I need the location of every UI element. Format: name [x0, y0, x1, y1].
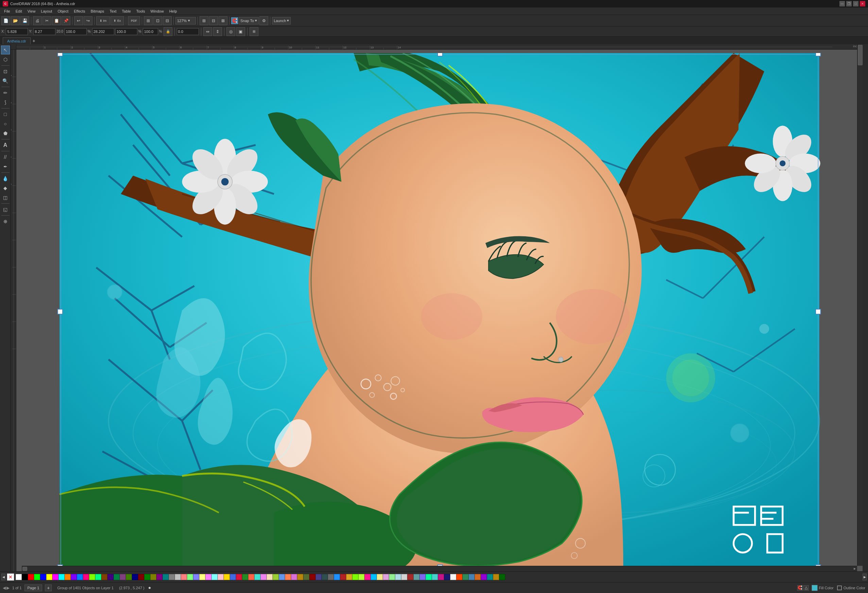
- color-swatch-25[interactable]: [169, 574, 175, 580]
- view-mode[interactable]: ⊟: [163, 16, 172, 25]
- freehand-tool-btn[interactable]: ✏: [1, 89, 10, 97]
- zoom-dropdown[interactable]: 127% ▾: [176, 17, 196, 25]
- color-swatch-31[interactable]: [205, 574, 211, 580]
- color-swatch-49[interactable]: [316, 574, 322, 580]
- color-swatch-59[interactable]: [377, 574, 383, 580]
- launch-dropdown[interactable]: Launch ▾: [272, 17, 291, 25]
- color-swatch-27[interactable]: [181, 574, 187, 580]
- menu-edit[interactable]: Edit: [13, 9, 25, 14]
- ellipse-tool-btn[interactable]: ○: [1, 119, 10, 128]
- export-btn[interactable]: ⬆ Ex: [111, 16, 124, 25]
- copy-btn[interactable]: 📋: [52, 16, 61, 25]
- color-swatch-71[interactable]: [450, 574, 456, 580]
- color-swatch-36[interactable]: [236, 574, 242, 580]
- eyedropper-tool-btn[interactable]: 💧: [1, 174, 10, 183]
- color-swatch-2[interactable]: [28, 574, 34, 580]
- publish-pdf-btn[interactable]: PDF: [128, 16, 140, 25]
- zoom-to-page[interactable]: ⊡: [154, 16, 162, 25]
- menu-table[interactable]: Table: [120, 9, 134, 14]
- color-swatch-17[interactable]: [120, 574, 126, 580]
- transparency-tool-btn[interactable]: ◫: [1, 193, 10, 202]
- no-color-swatch[interactable]: ✕: [7, 573, 14, 581]
- artwork-container[interactable]: Resa Embutin: [20, 53, 859, 568]
- mirror-v-btn[interactable]: ⇕: [213, 27, 222, 36]
- page-label[interactable]: Page 1: [25, 584, 43, 591]
- color-swatch-69[interactable]: [438, 574, 444, 580]
- text-tool-btn[interactable]: A: [1, 141, 10, 150]
- color-swatch-7[interactable]: [59, 574, 65, 580]
- color-swatch-50[interactable]: [322, 574, 328, 580]
- w-input[interactable]: [65, 28, 87, 35]
- color-swatch-56[interactable]: [358, 574, 365, 580]
- color-swatch-43[interactable]: [279, 574, 285, 580]
- color-swatch-37[interactable]: [242, 574, 248, 580]
- color-swatch-70[interactable]: [444, 574, 450, 580]
- color-swatch-68[interactable]: [432, 574, 438, 580]
- color-swatch-14[interactable]: [101, 574, 108, 580]
- canvas-content[interactable]: Resa Embutin: [16, 50, 862, 571]
- menu-bitmaps[interactable]: Bitmaps: [88, 9, 107, 14]
- zoom-tool-btn[interactable]: 🔍: [1, 77, 10, 86]
- color-swatch-22[interactable]: [150, 574, 156, 580]
- color-swatch-42[interactable]: [273, 574, 279, 580]
- vertical-scrollbar[interactable]: [857, 44, 862, 566]
- color-swatch-65[interactable]: [413, 574, 419, 580]
- menu-tools[interactable]: Tools: [134, 9, 148, 14]
- color-swatch-35[interactable]: [230, 574, 236, 580]
- color-swatch-19[interactable]: [132, 574, 138, 580]
- menu-object[interactable]: Object: [55, 9, 71, 14]
- menu-effects[interactable]: Effects: [71, 9, 88, 14]
- active-tab[interactable]: Antheia.cdr: [3, 37, 31, 44]
- color-swatch-26[interactable]: [175, 574, 181, 580]
- smartdraw-tool-btn[interactable]: ⟆: [1, 98, 10, 107]
- redo-btn[interactable]: ↪: [84, 16, 93, 25]
- color-swatch-66[interactable]: [419, 574, 426, 580]
- menu-window[interactable]: Window: [148, 9, 167, 14]
- color-swatch-57[interactable]: [365, 574, 371, 580]
- undo-btn[interactable]: ↩: [74, 16, 83, 25]
- color-swatch-72[interactable]: [456, 574, 462, 580]
- fill-color-box[interactable]: [812, 585, 818, 591]
- color-swatch-12[interactable]: [89, 574, 95, 580]
- menu-view[interactable]: View: [25, 9, 38, 14]
- color-swatch-6[interactable]: [52, 574, 59, 580]
- color-swatch-40[interactable]: [260, 574, 267, 580]
- color-swatch-30[interactable]: [199, 574, 205, 580]
- color-swatch-64[interactable]: [407, 574, 413, 580]
- color-swatch-13[interactable]: [95, 574, 101, 580]
- color-swatch-16[interactable]: [114, 574, 120, 580]
- color-swatch-44[interactable]: [285, 574, 291, 580]
- align-btn[interactable]: ⊞: [199, 16, 208, 25]
- save-btn[interactable]: 💾: [21, 16, 29, 25]
- color-swatch-24[interactable]: [162, 574, 169, 580]
- blend-tool-btn[interactable]: ⊕: [1, 217, 10, 226]
- color-swatch-51[interactable]: [328, 574, 334, 580]
- color-swatch-39[interactable]: [254, 574, 260, 580]
- open-btn[interactable]: 📂: [11, 16, 20, 25]
- color-swatch-76[interactable]: [481, 574, 487, 580]
- lock-ratio-btn[interactable]: 🔒: [164, 27, 173, 36]
- color-swatch-79[interactable]: [499, 574, 505, 580]
- color-swatch-29[interactable]: [193, 574, 199, 580]
- color-swatch-5[interactable]: [46, 574, 52, 580]
- maximize-btn[interactable]: □: [853, 1, 859, 6]
- color-swatch-46[interactable]: [297, 574, 303, 580]
- color-swatch-78[interactable]: [493, 574, 499, 580]
- contour-btn[interactable]: ◎: [226, 27, 235, 36]
- snap-to-dropdown[interactable]: Snap To ▾: [239, 17, 259, 25]
- add-tab-btn[interactable]: +: [31, 37, 37, 44]
- canvas-area[interactable]: inches .rt{font-size:8px;fill:#888;} 1 2…: [11, 44, 862, 571]
- color-swatch-52[interactable]: [334, 574, 340, 580]
- x-input[interactable]: [6, 28, 28, 35]
- color-swatch-4[interactable]: [40, 574, 46, 580]
- color-swatch-33[interactable]: [218, 574, 224, 580]
- arrange-btn[interactable]: ⊞: [249, 27, 258, 36]
- artwork[interactable]: Resa Embutin: [20, 53, 859, 568]
- group-btn[interactable]: ▣: [236, 27, 245, 36]
- color-swatch-67[interactable]: [426, 574, 432, 580]
- close-btn[interactable]: ✕: [860, 1, 865, 6]
- color-swatch-75[interactable]: [475, 574, 481, 580]
- fill-tool-btn[interactable]: ◆: [1, 184, 10, 192]
- polygon-tool-btn[interactable]: ⬟: [1, 129, 10, 138]
- color-swatch-77[interactable]: [487, 574, 493, 580]
